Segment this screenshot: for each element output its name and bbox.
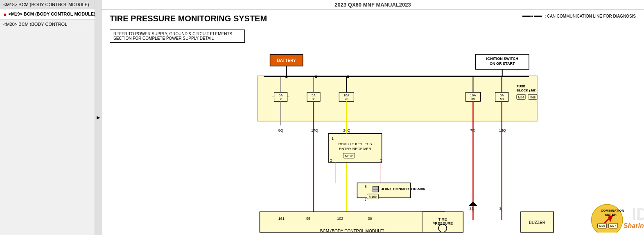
svg-text:7R: 7R bbox=[470, 128, 475, 132]
svg-text:BCM (BODY CONTROL MODULE): BCM (BODY CONTROL MODULE) bbox=[320, 229, 384, 233]
svg-text:M68: M68 bbox=[530, 96, 536, 99]
svg-text:10A: 10A bbox=[470, 94, 476, 97]
header-title: 2023 QX60 MNF MANUAL2023 bbox=[334, 2, 411, 8]
wiring-svg: BATTERY 5A 2 8Q 5A 38 bbox=[102, 10, 644, 233]
sidebar-item-m20[interactable]: <M20> BCM (BODY CONTROL bbox=[0, 20, 101, 29]
svg-text:30: 30 bbox=[368, 217, 372, 221]
svg-point-5 bbox=[285, 75, 288, 78]
svg-text:2: 2 bbox=[330, 158, 332, 162]
svg-text:10A: 10A bbox=[343, 94, 350, 97]
svg-text:BUZZER: BUZZER bbox=[529, 220, 545, 225]
wiring-diagram: TIRE PRESSURE MONITORING SYSTEM : CAN CO… bbox=[102, 10, 644, 233]
svg-text:IGNITION SWITCH: IGNITION SWITCH bbox=[486, 57, 518, 61]
svg-text:COMBINATION: COMBINATION bbox=[601, 209, 624, 212]
svg-text:REMOTE KEYLESS: REMOTE KEYLESS bbox=[338, 142, 372, 146]
svg-text:8: 8 bbox=[364, 185, 366, 189]
page-header: 2023 QX60 MNF MANUAL2023 bbox=[102, 0, 644, 10]
svg-text:M166: M166 bbox=[369, 195, 377, 198]
svg-text:ON OR START: ON OR START bbox=[490, 62, 515, 66]
svg-text:TIRE: TIRE bbox=[438, 217, 447, 221]
svg-text:M312: M312 bbox=[345, 154, 353, 158]
svg-text:FUSE: FUSE bbox=[517, 84, 526, 88]
svg-text:21: 21 bbox=[469, 206, 473, 210]
sidebar-item-m19[interactable]: ● <M19> BCM (BODY CONTROL MODULE) bbox=[0, 9, 101, 20]
svg-text:5A: 5A bbox=[279, 94, 283, 97]
svg-text:20: 20 bbox=[345, 97, 348, 101]
svg-text:PRESSURE: PRESSURE bbox=[432, 221, 453, 226]
svg-text:161: 161 bbox=[278, 217, 285, 221]
svg-text:50: 50 bbox=[500, 97, 504, 101]
svg-text:2: 2 bbox=[280, 97, 282, 101]
svg-text:METER: METER bbox=[605, 213, 617, 217]
svg-text:2: 2 bbox=[499, 206, 502, 210]
svg-point-6 bbox=[315, 75, 317, 78]
svg-text:M76: M76 bbox=[599, 224, 605, 228]
svg-text:102: 102 bbox=[337, 217, 343, 221]
svg-text:13Q: 13Q bbox=[499, 128, 506, 132]
svg-text:8Q: 8Q bbox=[278, 128, 283, 132]
svg-text:5A: 5A bbox=[500, 94, 504, 97]
svg-point-7 bbox=[347, 75, 349, 78]
svg-text:1: 1 bbox=[332, 137, 334, 141]
svg-text:38: 38 bbox=[312, 97, 315, 101]
svg-text:3: 3 bbox=[380, 158, 382, 162]
svg-text:BLOCK (J/B): BLOCK (J/B) bbox=[517, 89, 537, 92]
active-dot: ● bbox=[3, 11, 7, 17]
sidebar-scroll-right[interactable]: ▶ bbox=[95, 0, 101, 235]
svg-text:BATTERY: BATTERY bbox=[277, 58, 296, 63]
svg-marker-83 bbox=[469, 201, 477, 205]
svg-text:7: 7 bbox=[364, 198, 366, 202]
svg-text:17Q: 17Q bbox=[311, 128, 318, 132]
svg-text:JOINT CONNECTOR-M06: JOINT CONNECTOR-M06 bbox=[381, 187, 425, 191]
sidebar-item-m18[interactable]: <M18> BCM (BODY CONTROL MODULE) bbox=[0, 0, 101, 9]
svg-text:ENTRY RECEIVER: ENTRY RECEIVER bbox=[339, 147, 371, 151]
svg-text:39: 39 bbox=[471, 97, 475, 101]
svg-text:M44: M44 bbox=[518, 96, 524, 99]
svg-text:IDEE: IDEE bbox=[632, 205, 644, 224]
main-content: 2023 QX60 MNF MANUAL2023 TIRE PRESSURE M… bbox=[102, 0, 644, 235]
svg-text:M77: M77 bbox=[610, 224, 616, 228]
svg-text:5A: 5A bbox=[312, 94, 316, 97]
sidebar: <M18> BCM (BODY CONTROL MODULE) ● <M19> … bbox=[0, 0, 102, 235]
svg-text:95: 95 bbox=[306, 217, 310, 221]
